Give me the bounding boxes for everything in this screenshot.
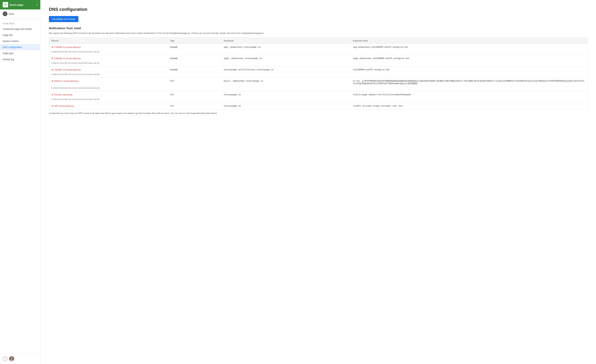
hostname-cell: statuspage.io [221,103,351,109]
record-link[interactable]: ✕ SPF (email delivery) [52,105,165,107]
record-link[interactable]: ✕ Domain ownership [52,93,165,96]
spf-note: It looks like you don't have an SPF reco… [49,111,588,115]
notifications-section-desc: We require the following DNS records to … [49,31,588,35]
type-cell: CNAME [167,66,221,73]
record-link[interactable]: ✕ DKIM #1 (email delivery) [52,80,165,82]
type-cell: TXT [167,103,221,109]
sidebar-item-system-metrics[interactable]: System metrics [0,38,40,44]
sidebar-item-activity-log[interactable]: Activity log [0,56,40,62]
hostname-cell: mailo._domainkey.statuspage.io [221,78,351,87]
sidebar-item-page-info[interactable]: Page info [0,32,40,38]
x-icon: ✕ [52,68,53,71]
x-icon: ✕ [52,57,53,60]
error-message: It doesn't look like the correct record … [49,98,588,103]
sidebar-item-page-type[interactable]: Page type [0,50,40,56]
svg-point-7 [11,357,13,359]
record-cell: ✕ Domain ownership [49,91,168,98]
record-cell: ✕ CNAME #2 (email delivery) [49,55,168,62]
table-row: ✕ SPF (email delivery)TXTstatuspage.iov=… [49,103,588,109]
error-row: It doesn't look like the correct record … [49,62,588,67]
expected-cell: status-page-domain-verification=m3mz9vwk… [350,91,587,98]
table-row: ✕ CNAME #3 (email delivery)CNAMEstatuspa… [49,66,588,73]
notifications-section-title: Notifications 'from' email [49,27,588,30]
x-icon: ✕ [52,46,53,49]
header-record: Record [49,37,168,44]
expected-cell: u12100069.wl070.sendgrid.net [350,66,587,73]
help-icon[interactable]: ? [3,357,7,361]
error-row: It doesn't look like the correct record … [49,51,588,55]
record-cell: ✕ SPF (email delivery) [49,103,168,109]
user-avatar[interactable] [9,356,14,361]
error-message: It doesn't look like the correct record … [49,62,588,67]
sidebar: Demo page ▾ Back Your page Customize pag… [0,0,40,364]
header-hostname: Hostname [221,37,351,44]
record-cell: ✕ CNAME #1 (email delivery) [49,44,168,51]
error-message: It doesn't look like the correct record … [49,51,588,55]
section-label: Your page [0,20,40,26]
record-link[interactable]: ✕ CNAME #3 (email delivery) [52,68,165,71]
sidebar-footer: ? [0,353,40,364]
record-cell: ✕ DKIM #1 (email delivery) [49,78,168,87]
type-cell: CNAME [167,44,221,51]
table-row: ✕ CNAME #1 (email delivery)CNAMEspg._dom… [49,44,588,51]
hostname-cell: spg2._domainkey.statuspage.io [221,55,351,62]
x-icon: ✕ [52,93,53,96]
error-row: It doesn't look like the correct record … [49,87,588,91]
svg-rect-1 [4,3,7,6]
table-row: ✕ CNAME #2 (email delivery)CNAMEspg2._do… [49,55,588,62]
record-cell: ✕ CNAME #3 (email delivery) [49,66,168,73]
back-icon [3,11,7,16]
hostname-cell: spg._domainkey.statuspage.io [221,44,351,51]
page-selector[interactable]: Demo page ▾ [0,0,40,9]
record-link[interactable]: ✕ CNAME #1 (email delivery) [52,46,165,49]
expected-cell: spg2.domainkey.u12100069.wl070.sendgrid.… [350,55,587,62]
x-icon: ✕ [52,80,53,82]
hostname-cell: statuspage.io [221,91,351,98]
expected-cell: spg.domainkey.u12100069.wl070.sendgrid.n… [350,44,587,51]
page-title: DNS configuration [49,7,588,12]
dns-table: Record Type Hostname Expected value ✕ CN… [49,37,588,110]
error-row: It doesn't look like the correct record … [49,98,588,103]
sidebar-item-customize[interactable]: Customize page and emails [0,26,40,32]
page-name: Demo page [10,3,35,6]
sidebar-item-dns-configuration[interactable]: DNS configuration [0,44,40,50]
main-content: DNS configuration Revalidate all records… [40,0,596,364]
table-row: ✕ DKIM #1 (email delivery)TXTmailo._doma… [49,78,588,87]
revalidate-button[interactable]: Revalidate all records [49,16,78,22]
error-message: It doesn't look like the correct record … [49,87,588,91]
expected-cell: k=rsa; p=MIGfMA0GCSqGSIb3DQEBAQUAA4GNADC… [350,78,587,87]
type-cell: CNAME [167,55,221,62]
expected-cell: v=spf1 include:stspg-customer.com ~all [350,103,587,109]
header-type: Type [167,37,221,44]
header-expected: Expected value [350,37,587,44]
error-message: It doesn't look like the correct record … [49,73,588,78]
back-button[interactable]: Back [0,9,40,18]
record-link[interactable]: ✕ CNAME #2 (email delivery) [52,57,165,60]
hostname-cell: statuspage-notifications.statuspage.io [221,66,351,73]
back-label: Back [9,13,14,15]
svg-point-5 [4,13,6,15]
x-icon: ✕ [52,105,53,107]
page-icon [3,2,8,7]
type-cell: TXT [167,78,221,87]
table-row: ✕ Domain ownershipTXTstatuspage.iostatus… [49,91,588,98]
error-row: It doesn't look like the correct record … [49,73,588,78]
chevron-down-icon: ▾ [37,4,37,6]
type-cell: TXT [167,91,221,98]
